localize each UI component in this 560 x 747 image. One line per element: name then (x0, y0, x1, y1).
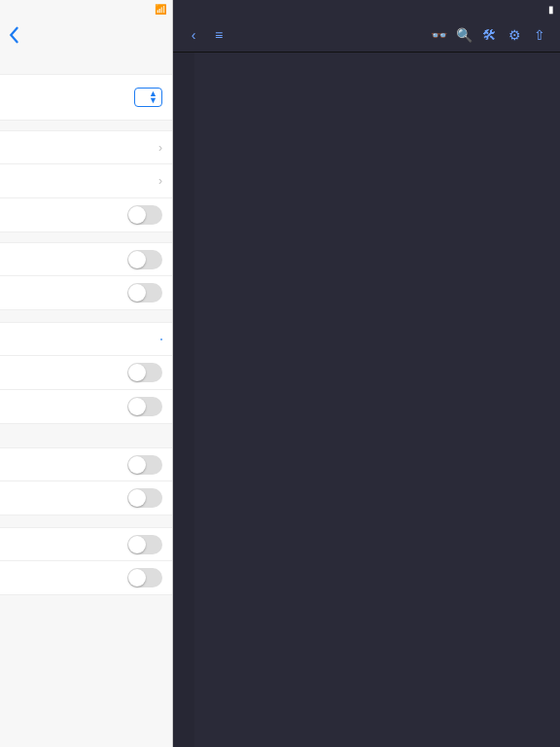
tools-icon[interactable]: 🛠 (479, 27, 499, 43)
read-only-toggle[interactable] (127, 535, 162, 554)
tab-width-segmented[interactable] (160, 338, 162, 340)
auto-wrap-row (0, 481, 172, 516)
back-icon[interactable]: ‹ (184, 27, 203, 43)
list-icon[interactable]: ≡ (209, 27, 228, 43)
editor-toolbar: ‹ ≡ 👓 🔍 🛠 ⚙ ⇧ (173, 18, 560, 53)
auto-correct-row (0, 561, 172, 595)
line-numbers-toggle[interactable] (127, 250, 162, 269)
section-wrap (0, 436, 172, 447)
line-column-toggle[interactable] (127, 283, 162, 302)
dark-keyboard-toggle[interactable] (127, 205, 162, 225)
soft-tabs-toggle[interactable] (127, 363, 162, 382)
editor-theme-row[interactable]: › (0, 130, 172, 164)
search-icon[interactable]: 🔍 (454, 27, 473, 43)
indent-wrap-toggle[interactable] (127, 455, 162, 475)
font-size-row: ▲▼ (0, 74, 172, 121)
preview-icon[interactable]: 👓 (429, 27, 448, 43)
back-button[interactable] (8, 26, 21, 44)
soft-tabs-row (0, 356, 172, 390)
status-bar-left: 📶 (0, 0, 172, 18)
tabs-note (0, 424, 172, 436)
dark-keyboard-row (0, 198, 172, 232)
read-only-row (0, 527, 172, 561)
display-tabs-toggle[interactable] (127, 397, 162, 416)
share-icon[interactable]: ⇧ (530, 27, 549, 43)
display-tabs-row (0, 390, 172, 424)
section-kbd (0, 516, 172, 527)
settings-icon[interactable]: ⚙ (505, 27, 524, 43)
section-font (0, 53, 172, 64)
section-tabs (0, 310, 172, 322)
code-editor[interactable] (173, 53, 560, 747)
settings-nav (0, 18, 172, 53)
chevron-right-icon: › (158, 141, 162, 155)
status-bar-right: ▮ (173, 0, 560, 18)
gutter (173, 53, 194, 747)
line-column-row (0, 276, 172, 310)
line-numbers-row (0, 242, 172, 276)
auto-wrap-toggle[interactable] (127, 488, 162, 508)
tab-width-row (0, 322, 172, 356)
font-size-stepper[interactable]: ▲▼ (134, 88, 162, 107)
auto-correct-toggle[interactable] (127, 568, 162, 587)
code-area[interactable] (194, 53, 560, 747)
stepper-down-icon[interactable]: ▼ (149, 97, 158, 104)
indent-wrap-row (0, 447, 172, 481)
ui-theme-row[interactable]: › (0, 164, 172, 198)
chevron-right-icon: › (158, 174, 162, 188)
